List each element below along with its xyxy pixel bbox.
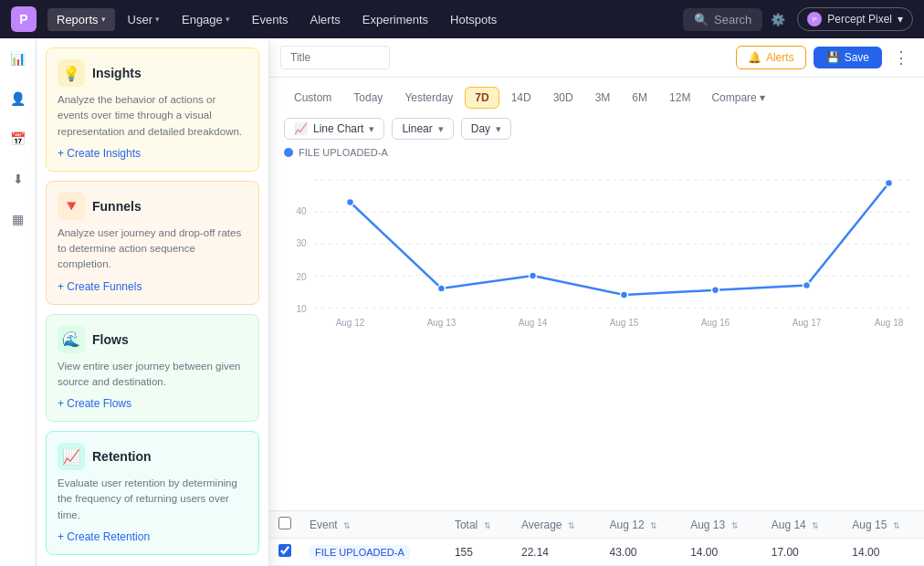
retention-desc: Evaluate user retention by determining t… [58, 476, 247, 523]
main-layout: 📊 👤 📅 ⬇ ▦ 💡 Insights Analyze the behavio… [0, 38, 924, 566]
avg-sort-icon[interactable]: ⇅ [568, 521, 575, 530]
aug12-sort-icon[interactable]: ⇅ [650, 521, 657, 530]
logo[interactable]: P [11, 6, 37, 32]
save-button[interactable]: 💾 Save [814, 47, 882, 68]
svg-point-21 [803, 282, 811, 289]
col-event: Event ⇅ [300, 511, 446, 539]
title-input[interactable] [280, 46, 390, 69]
insights-desc: Analyze the behavior of actions or event… [58, 92, 247, 140]
total-sort-icon[interactable]: ⇅ [484, 521, 491, 530]
svg-text:10: 10 [296, 304, 307, 314]
col-total: Total ⇅ [446, 511, 512, 539]
reports-chevron: ▾ [101, 15, 106, 24]
svg-text:20: 20 [296, 272, 307, 282]
funnels-title: Funnels [92, 199, 142, 214]
tab-3m[interactable]: 3M [585, 87, 621, 109]
tab-30d[interactable]: 30D [543, 87, 583, 109]
svg-text:Aug 17: Aug 17 [793, 318, 822, 328]
bell-icon: 🔔 [748, 51, 761, 64]
line-chart-icon: 📈 [294, 122, 308, 135]
col-aug12: Aug 12 ⇅ [601, 511, 682, 539]
aug15-sort-icon[interactable]: ⇅ [893, 521, 900, 530]
insights-icon: 💡 [58, 59, 85, 87]
account-pill[interactable]: P Percept Pixel ▾ [797, 7, 913, 31]
chart-section: Custom Today Yesterday 7D 14D 30D 3M 6M … [269, 78, 924, 566]
engage-chevron: ▾ [226, 15, 230, 24]
create-insights-link[interactable]: + Create Insights [58, 147, 247, 160]
svg-text:Aug 14: Aug 14 [519, 318, 548, 328]
nav-experiments[interactable]: Experiments [353, 8, 437, 31]
tab-12m[interactable]: 12M [659, 87, 700, 109]
search-bar[interactable]: 🔍 Search [683, 8, 762, 31]
data-table: Event ⇅ Total ⇅ Average ⇅ Aug 12 ⇅ Aug 1… [269, 510, 924, 566]
table-row: FILE UPLOADED-A 155 22.14 43.00 14.00 17… [269, 539, 924, 566]
flows-icon: 🌊 [58, 326, 85, 353]
chart-legend: FILE UPLOADED-A [269, 147, 924, 162]
legend-dot [284, 148, 293, 157]
tab-today[interactable]: Today [343, 87, 393, 109]
cell-aug12: 43.00 [601, 539, 682, 566]
nav-events[interactable]: Events [243, 8, 298, 31]
chart-type-select[interactable]: 📈 Line Chart ▾ [284, 118, 384, 140]
sidebar-icon-calendar[interactable]: 📅 [5, 126, 31, 152]
interval-chevron: ▾ [496, 123, 501, 135]
nav-right: ⚙️ P Percept Pixel ▾ [766, 7, 913, 31]
date-tabs: Custom Today Yesterday 7D 14D 30D 3M 6M … [269, 78, 924, 114]
tab-compare[interactable]: Compare ▾ [702, 88, 774, 108]
svg-point-19 [621, 291, 628, 299]
alerts-button[interactable]: 🔔 Alerts [736, 46, 806, 69]
retention-title: Retention [92, 449, 152, 464]
sidebar-icon-filter[interactable]: ⬇ [5, 166, 31, 192]
svg-point-18 [530, 272, 537, 279]
svg-point-17 [438, 285, 446, 292]
interval-select[interactable]: Day ▾ [461, 118, 511, 140]
svg-point-20 [712, 287, 719, 294]
nav-hotspots[interactable]: Hotspots [441, 8, 506, 31]
tab-7d[interactable]: 7D [465, 87, 499, 109]
tab-yesterday[interactable]: Yesterday [394, 87, 463, 109]
dropdown-panel: 💡 Insights Analyze the behavior of actio… [37, 38, 269, 566]
nav-engage[interactable]: Engage ▾ [173, 8, 239, 31]
funnels-section: 🔻 Funnels Analyze user journey and drop-… [46, 181, 259, 305]
insights-section: 💡 Insights Analyze the behavior of actio… [46, 47, 259, 172]
svg-point-16 [347, 199, 354, 206]
event-tag: FILE UPLOADED-A [310, 545, 410, 560]
event-sort-icon[interactable]: ⇅ [343, 521, 351, 530]
scale-chevron: ▾ [438, 123, 444, 135]
flows-desc: View entire user journey between given s… [58, 359, 247, 391]
chart-controls: 📈 Line Chart ▾ Linear ▾ Day ▾ [269, 114, 924, 147]
scale-select[interactable]: Linear ▾ [392, 118, 453, 140]
sidebar-icons: 📊 👤 📅 ⬇ ▦ [0, 38, 37, 566]
chart-wrapper: 10 20 30 40 Aug 12 Aug 13 Aug 14 Aug 15 … [269, 162, 924, 510]
svg-text:30: 30 [296, 238, 307, 248]
tab-14d[interactable]: 14D [501, 87, 541, 109]
svg-text:Aug 18: Aug 18 [875, 318, 904, 328]
kebab-menu-button[interactable]: ⋮ [889, 47, 913, 68]
cell-aug13: 14.00 [681, 539, 762, 566]
tab-custom[interactable]: Custom [284, 87, 341, 109]
sidebar-icon-user[interactable]: 👤 [5, 86, 31, 111]
aug13-sort-icon[interactable]: ⇅ [731, 521, 739, 530]
select-all-checkbox[interactable] [278, 517, 291, 529]
nav-alerts[interactable]: Alerts [301, 8, 350, 31]
create-retention-link[interactable]: + Create Retention [58, 530, 247, 543]
settings-icon[interactable]: ⚙️ [766, 8, 790, 31]
user-chevron: ▾ [155, 15, 160, 24]
create-flows-link[interactable]: + Create Flows [58, 397, 247, 410]
create-funnels-link[interactable]: + Create Funnels [58, 280, 247, 293]
insights-title: Insights [92, 66, 142, 80]
sidebar-icon-chart[interactable]: 📊 [5, 46, 31, 71]
flows-title: Flows [92, 332, 129, 347]
aug14-sort-icon[interactable]: ⇅ [812, 521, 819, 530]
nav-reports[interactable]: Reports ▾ [47, 8, 115, 31]
funnels-icon: 🔻 [58, 193, 85, 220]
sidebar-icon-grid[interactable]: ▦ [5, 206, 31, 232]
row-checkbox[interactable] [278, 544, 291, 557]
col-aug13: Aug 13 ⇅ [681, 511, 762, 539]
tab-6m[interactable]: 6M [622, 87, 657, 109]
top-nav: P Reports ▾ User ▾ Engage ▾ Events Alert… [0, 0, 924, 38]
svg-text:Aug 16: Aug 16 [701, 318, 730, 328]
nav-user[interactable]: User ▾ [119, 8, 169, 31]
chart-type-chevron: ▾ [369, 123, 374, 135]
legend-label: FILE UPLOADED-A [299, 147, 388, 158]
